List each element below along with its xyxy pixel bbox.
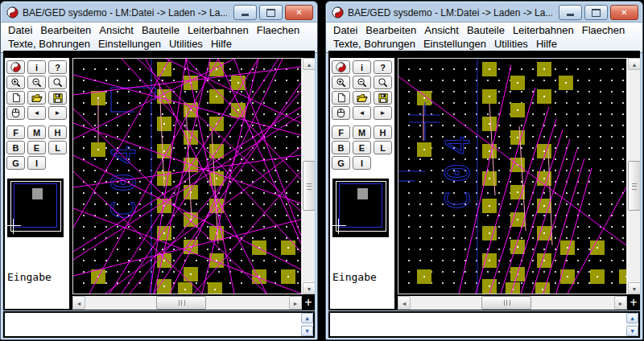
file-save-button[interactable] — [48, 91, 67, 105]
canvas-horizontal-scrollbar[interactable]: ◄ ► — [72, 296, 302, 310]
titlebar[interactable]: BAE/GED sysdemo - LM:Datei -> Laden -> L… — [326, 2, 642, 22]
key-i-button[interactable]: I — [27, 156, 46, 170]
mouse-input-button[interactable] — [332, 106, 350, 120]
file-open-button[interactable] — [27, 91, 46, 105]
vertical-scroll-thumb[interactable] — [628, 161, 640, 211]
status-scroll-up-icon[interactable]: ▲ — [301, 313, 313, 323]
key-l-button[interactable]: L — [48, 141, 67, 154]
scroll-down-icon[interactable]: ▼ — [628, 282, 640, 294]
scroll-right-icon[interactable]: ► — [289, 296, 302, 310]
pad[interactable] — [208, 282, 222, 294]
scroll-right-button[interactable]: ► — [48, 106, 67, 120]
menu-hilfe[interactable]: Hilfe — [207, 37, 236, 51]
scroll-left-icon[interactable]: ◄ — [72, 296, 85, 310]
key-g-button[interactable]: G — [6, 156, 25, 170]
menu-datei[interactable]: Datei — [4, 23, 36, 37]
menu-flaechen[interactable]: Flaechen — [578, 23, 629, 37]
close-button[interactable]: ✕ — [285, 5, 313, 20]
pad[interactable] — [535, 282, 550, 294]
zoom-in-button[interactable] — [6, 76, 25, 89]
layout-canvas[interactable]: C04 — [398, 58, 627, 294]
mouse-input-button[interactable] — [6, 106, 25, 120]
key-h-button[interactable]: H — [48, 125, 67, 139]
menu-einstellungen[interactable]: Einstellungen — [94, 37, 165, 51]
status-scrollbar[interactable]: ▲ ▼ — [301, 313, 313, 336]
key-m-button[interactable]: M — [27, 125, 46, 139]
horizontal-scroll-thumb[interactable] — [481, 296, 531, 310]
minimize-button[interactable] — [233, 5, 257, 20]
zoom-out-button[interactable] — [27, 76, 46, 89]
canvas-vertical-scrollbar[interactable]: ▲ ▼ — [627, 58, 640, 294]
scroll-left-icon[interactable]: ◄ — [398, 296, 411, 310]
menu-leiterbahnen[interactable]: Leiterbahnen — [509, 23, 578, 37]
help-button[interactable]: ? — [48, 60, 67, 74]
zoom-window-button[interactable] — [374, 76, 392, 89]
help-button[interactable]: ? — [374, 60, 392, 74]
key-b-button[interactable]: B — [332, 141, 350, 154]
scroll-right-button[interactable]: ► — [374, 106, 392, 120]
menu-utilities[interactable]: Utilities — [165, 37, 207, 51]
key-i-button[interactable]: I — [353, 156, 371, 170]
key-m-button[interactable]: M — [353, 125, 371, 139]
scroll-left-button[interactable]: ◄ — [27, 106, 46, 120]
menu-bauteile[interactable]: Bauteile — [138, 23, 184, 37]
file-open-button[interactable] — [353, 91, 371, 105]
menu-ansicht[interactable]: Ansicht — [95, 23, 138, 37]
key-b-button[interactable]: B — [6, 141, 25, 154]
key-f-button[interactable]: F — [332, 125, 350, 139]
layout-canvas[interactable]: C04 — [72, 58, 302, 294]
bae-logo-button[interactable] — [332, 60, 350, 74]
close-button[interactable]: ✕ — [610, 5, 638, 20]
maximize-button[interactable] — [584, 5, 608, 20]
info-button[interactable]: i — [353, 60, 371, 74]
file-new-button[interactable] — [6, 91, 25, 105]
canvas-horizontal-scrollbar[interactable]: ◄ ► — [398, 296, 627, 310]
scroll-down-icon[interactable]: ▼ — [303, 282, 315, 294]
menu-flaechen[interactable]: Flaechen — [253, 23, 303, 37]
menu-utilities[interactable]: Utilities — [490, 37, 532, 51]
status-scroll-up-icon[interactable]: ▲ — [626, 313, 638, 323]
zoom-window-button[interactable] — [48, 76, 67, 89]
key-h-button[interactable]: H — [374, 125, 392, 139]
pad[interactable] — [619, 269, 626, 284]
status-scrollbar[interactable]: ▲ ▼ — [626, 313, 638, 336]
key-l-button[interactable]: L — [374, 141, 392, 154]
menu-texte-bohrungen[interactable]: Texte, Bohrungen — [329, 37, 419, 51]
file-new-button[interactable] — [332, 91, 350, 105]
info-button[interactable]: i — [27, 60, 46, 74]
menu-leiterbahnen[interactable]: Leiterbahnen — [184, 23, 253, 37]
key-e-button[interactable]: E — [27, 141, 46, 154]
key-g-button[interactable]: G — [332, 156, 350, 170]
key-e-button[interactable]: E — [353, 141, 371, 154]
scroll-up-icon[interactable]: ▲ — [303, 58, 315, 70]
menu-datei[interactable]: Datei — [329, 23, 361, 37]
bae-logo-button[interactable] — [6, 60, 25, 74]
status-scroll-down-icon[interactable]: ▼ — [626, 326, 638, 336]
titlebar[interactable]: BAE/GED sysdemo - LM:Datei -> Laden -> L… — [1, 2, 317, 22]
pad[interactable] — [178, 282, 192, 294]
canvas-vertical-scrollbar[interactable]: ▲ ▼ — [302, 58, 315, 294]
maximize-button[interactable] — [259, 5, 283, 20]
zoom-plus-button[interactable]: + — [302, 296, 315, 310]
scroll-right-icon[interactable]: ► — [614, 296, 627, 310]
file-save-button[interactable] — [374, 91, 392, 105]
overview-panel[interactable] — [7, 179, 64, 237]
menu-einstellungen[interactable]: Einstellungen — [419, 37, 490, 51]
key-f-button[interactable]: F — [6, 125, 25, 139]
menu-bearbeiten[interactable]: Bearbeiten — [361, 23, 420, 37]
status-scroll-down-icon[interactable]: ▼ — [301, 326, 313, 336]
menu-ansicht[interactable]: Ansicht — [420, 23, 463, 37]
menu-bearbeiten[interactable]: Bearbeiten — [36, 23, 95, 37]
scroll-left-button[interactable]: ◄ — [353, 106, 371, 120]
scroll-up-icon[interactable]: ▲ — [628, 58, 640, 70]
menu-hilfe[interactable]: Hilfe — [532, 37, 561, 51]
minimize-button[interactable] — [559, 5, 582, 20]
zoom-plus-button[interactable]: + — [627, 296, 640, 310]
menu-bauteile[interactable]: Bauteile — [463, 23, 509, 37]
vertical-scroll-thumb[interactable] — [303, 161, 315, 211]
horizontal-scroll-thumb[interactable] — [156, 296, 206, 310]
overview-panel[interactable] — [332, 179, 389, 237]
menu-texte-bohrungen[interactable]: Texte, Bohrungen — [4, 37, 94, 51]
zoom-in-button[interactable] — [332, 76, 350, 89]
zoom-out-button[interactable] — [353, 76, 371, 89]
